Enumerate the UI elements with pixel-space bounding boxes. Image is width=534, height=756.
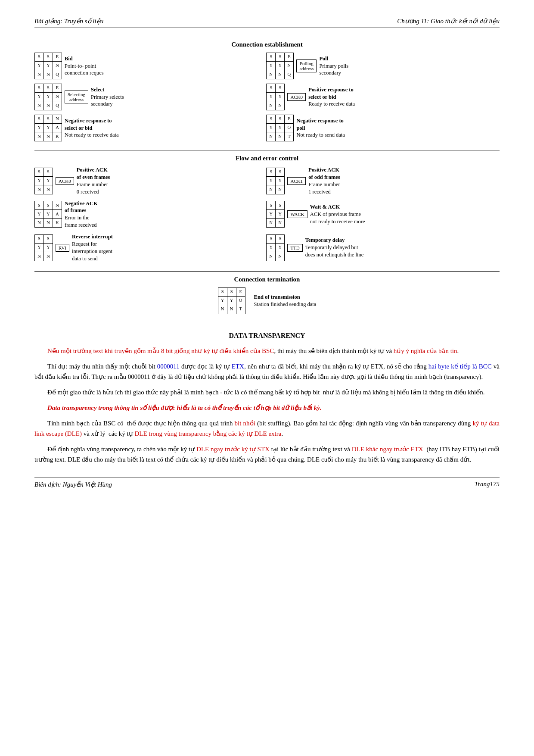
- connection-title: Connection establishment: [231, 41, 302, 48]
- label-selecting: Selectingaddress: [65, 91, 88, 103]
- desc-select: SelectPrimary selectssecondary: [91, 86, 124, 108]
- label-ack0-even: ACK0: [56, 177, 74, 185]
- label-rvi: RVI: [56, 244, 69, 252]
- left-neg-ack: S Y N S Y N N A K: [34, 200, 258, 229]
- frame-neg-ack: S Y N S Y N N A K: [34, 201, 62, 228]
- right-neg-poll: S Y N S Y N E O T: [258, 115, 500, 141]
- label-ack1: ACK1: [287, 177, 306, 185]
- left-bid: S Y N S Y N E N Q: [34, 53, 258, 79]
- desc-pos-response: Positive response toselect or bidReady t…: [308, 86, 355, 108]
- content-section: DATA TRANSPARENCY Nếu một trường text kh…: [34, 332, 500, 465]
- desc-pos-ack-odd: Positive ACKof odd framesFrame number1 r…: [308, 166, 340, 196]
- diagram-row-3: S Y N S Y N N A K: [34, 115, 500, 141]
- section-heading: DATA TRANSPARENCY: [34, 332, 500, 340]
- frame-eot: S Y N S Y N E O T: [218, 287, 245, 314]
- frame-pos-response: S Y N S Y N: [266, 84, 285, 110]
- diagram-row-1: S Y N S Y N E N Q: [34, 53, 500, 79]
- desc-neg-ack: Negative ACKof framesError in theframe r…: [65, 200, 98, 229]
- frame-wack: S Y N S Y N: [266, 201, 285, 228]
- frame-pos-ack-even: S Y N S Y N: [34, 168, 53, 194]
- flow-row-3: S Y N S Y N RVI Reverse interruptRequest…: [34, 233, 500, 262]
- header-left: Bài giảng: Truyền số liệu: [34, 17, 103, 25]
- diagram-row-2: S Y N S Y N E N Q: [34, 84, 500, 110]
- flow-row-2: S Y N S Y N N A K: [34, 200, 500, 229]
- paragraph-6: Để định nghĩa vùng transparency, ta chèn…: [34, 444, 500, 465]
- connection-section: S Y N S Y N E N Q: [34, 53, 500, 146]
- flow-row-1: S Y N S Y N ACK0 Positive ACKof even fra…: [34, 166, 500, 196]
- left-rvi: S Y N S Y N RVI Reverse interruptRequest…: [34, 233, 258, 262]
- flow-title: Flow and error control: [236, 155, 298, 162]
- desc-rvi: Reverse interruptRequest forinterruption…: [72, 233, 113, 262]
- page-header: Bài giảng: Truyền số liệu Chương 11: Gia…: [34, 17, 500, 28]
- desc-pos-ack-even: Positive ACKof even framesFrame number0 …: [77, 166, 110, 196]
- left-select: S Y N S Y N E N Q: [34, 84, 258, 110]
- desc-wack: Wait & ACKACK of previous framenot ready…: [310, 203, 365, 225]
- page: Bài giảng: Truyền số liệu Chương 11: Gia…: [0, 0, 534, 756]
- paragraph-2: Thí dụ: máy thu nhìn thấy một chuỗi bit …: [34, 361, 500, 382]
- desc-poll: PollPrimary pollssecondary: [319, 55, 348, 77]
- frame-select: S Y N S Y N E N Q: [34, 84, 62, 110]
- flow-section: S Y N S Y N ACK0 Positive ACKof even fra…: [34, 166, 500, 267]
- frame-bid: S Y N S Y N E N Q: [34, 53, 62, 79]
- desc-ttd: Temporary delayTemporarily delayed butdo…: [305, 237, 363, 259]
- footer-right: Trang175: [475, 481, 500, 488]
- right-pos-ack-odd: S Y N S Y N ACK1 Positive ACKof odd fram…: [258, 166, 500, 196]
- termination-section: S Y N S Y N E O T End of transmissionSta…: [218, 287, 317, 314]
- termination-title: Connection termination: [234, 276, 300, 283]
- paragraph-3: Để một giao thức là hữu ích thì giao thứ…: [34, 387, 500, 397]
- diagram-wrapper: Connection establishment S Y N S Y N: [34, 41, 500, 319]
- footer-left: Biên dịch: Nguyễn Việt Hùng: [34, 481, 112, 488]
- right-poll: S Y N S Y N E N Q: [258, 53, 500, 79]
- label-polling: Pollingaddress: [296, 59, 317, 72]
- paragraph-4: Data transparency trong thông tin số liệ…: [34, 403, 500, 413]
- frame-rvi: S Y N S Y N: [34, 234, 53, 261]
- frame-pos-ack-odd: S Y N S Y N: [266, 168, 285, 194]
- frame-neg-poll: S Y N S Y N E O T: [266, 115, 294, 141]
- desc-bid: BidPoint-to- pointconnection reques: [65, 55, 104, 77]
- label-wack: WACK: [287, 210, 307, 218]
- right-ttd: S Y N S Y N TTD Temporary delayTemporari…: [258, 234, 500, 261]
- label-ttd: TTD: [287, 244, 302, 252]
- left-neg-select: S Y N S Y N N A K: [34, 115, 258, 141]
- header-right: Chương 11: Giao thức kết nối dữ liệu: [397, 17, 500, 25]
- page-footer: Biên dịch: Nguyễn Việt Hùng Trang175: [34, 478, 500, 488]
- frame-neg-select: S Y N S Y N N A K: [34, 115, 62, 141]
- frame-ttd: S Y N S Y N: [266, 234, 285, 261]
- left-pos-ack-even: S Y N S Y N ACK0 Positive ACKof even fra…: [34, 166, 258, 196]
- paragraph-1: Nếu một trường text khi truyền gồm mẫu 8…: [34, 346, 500, 356]
- right-wack: S Y N S Y N WACK Wait & ACKACK of previo…: [258, 201, 500, 228]
- right-pos-response: S Y N S Y N ACK0 Positive response tosel…: [258, 84, 500, 110]
- desc-eot: End of transmissionStation finished send…: [254, 294, 317, 308]
- frame-poll: S Y N S Y N E N Q: [266, 53, 294, 79]
- desc-neg-select: Negative response toselect or bidNot rea…: [65, 117, 119, 139]
- paragraph-5: Tính minh bạch của BSC có thể được thực …: [34, 418, 500, 439]
- label-ack0-pos: ACK0: [287, 93, 306, 101]
- desc-neg-poll: Negative response topollNot ready to sen…: [296, 117, 345, 139]
